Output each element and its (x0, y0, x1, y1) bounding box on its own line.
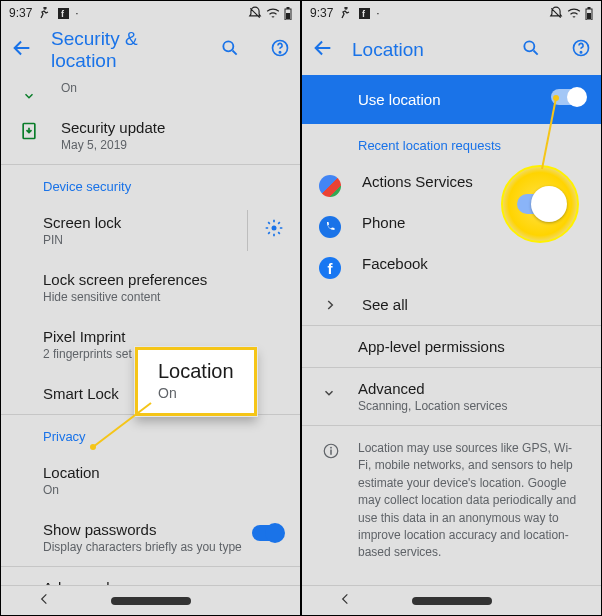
running-icon (38, 7, 52, 19)
page-title: Location (352, 39, 503, 61)
nav-back-icon[interactable] (338, 592, 352, 610)
app-bar: Location (302, 25, 601, 75)
svg-rect-22 (330, 450, 332, 455)
svg-point-9 (272, 226, 277, 231)
screen-lock-row[interactable]: Screen lock PIN (1, 202, 300, 259)
battery-icon (284, 7, 292, 20)
app-level-permissions-row[interactable]: App-level permissions (302, 326, 601, 367)
battery-icon (585, 7, 593, 20)
nav-home-pill[interactable] (111, 597, 191, 605)
use-location-row[interactable]: Use location (302, 75, 601, 124)
lock-pref-row[interactable]: Lock screen preferences Hide sensitive c… (1, 259, 300, 316)
status-row[interactable]: On (1, 75, 300, 107)
chevron-down-icon (17, 89, 41, 103)
status-text: On (61, 81, 282, 95)
app-bar: Security & location (1, 25, 300, 75)
status-bar: 9:37 f · (302, 1, 601, 25)
back-icon[interactable] (11, 37, 33, 63)
facebook-icon: f (58, 8, 69, 19)
clock: 9:37 (310, 6, 333, 20)
svg-point-7 (279, 52, 280, 53)
running-icon (339, 7, 353, 19)
clock: 9:37 (9, 6, 32, 20)
nav-bar (1, 585, 300, 615)
facebook-app-icon: f (318, 257, 342, 279)
search-icon[interactable] (521, 38, 541, 62)
section-recent-requests: Recent location requests (302, 124, 601, 161)
dot: · (75, 6, 78, 20)
svg-point-5 (223, 41, 233, 51)
nav-home-pill[interactable] (412, 597, 492, 605)
screen-security-location: 9:37 f · Security & location On Security… (1, 1, 300, 615)
see-all-row[interactable]: See all (302, 284, 601, 325)
svg-point-19 (580, 52, 581, 53)
actions-app-icon (318, 175, 342, 197)
app-facebook-row[interactable]: f Facebook (302, 243, 601, 284)
info-icon (322, 442, 340, 465)
toggle-highlight (501, 165, 579, 243)
location-row[interactable]: Location On (1, 452, 300, 509)
dnd-icon (248, 6, 262, 20)
gear-icon[interactable] (264, 218, 284, 242)
status-bar: 9:37 f · (1, 1, 300, 25)
nav-bar (302, 585, 601, 615)
svg-rect-4 (287, 7, 290, 9)
security-update-row[interactable]: Security update May 5, 2019 (1, 107, 300, 164)
section-device-security: Device security (1, 165, 300, 202)
callout-location: Location On (135, 347, 257, 416)
facebook-icon: f (359, 8, 370, 19)
use-location-switch-highlighted[interactable] (517, 194, 563, 214)
help-icon[interactable] (571, 38, 591, 62)
back-icon[interactable] (312, 37, 334, 63)
chevron-right-icon (318, 298, 342, 312)
advanced-row[interactable]: Advanced Scanning, Location services (302, 368, 601, 425)
screen-location: 9:37 f · Location Use location Recent lo… (302, 1, 601, 615)
wifi-icon (567, 7, 581, 19)
svg-point-21 (330, 447, 332, 449)
svg-rect-3 (286, 13, 290, 19)
page-title: Security & location (51, 28, 202, 72)
svg-rect-15 (587, 13, 591, 19)
shield-update-icon (17, 121, 41, 141)
dnd-icon (549, 6, 563, 20)
location-info-text: Location may use sources like GPS, Wi-Fi… (302, 426, 601, 576)
show-passwords-switch[interactable] (252, 525, 284, 541)
show-passwords-row[interactable]: Show passwords Display characters briefl… (1, 509, 300, 566)
wifi-icon (266, 7, 280, 19)
search-icon[interactable] (220, 38, 240, 62)
nav-back-icon[interactable] (37, 592, 51, 610)
use-location-switch[interactable] (551, 89, 585, 105)
section-privacy: Privacy (1, 415, 300, 452)
svg-rect-16 (588, 7, 591, 9)
chevron-down-icon (322, 386, 336, 404)
svg-point-17 (524, 41, 534, 51)
help-icon[interactable] (270, 38, 290, 62)
phone-app-icon (318, 216, 342, 238)
